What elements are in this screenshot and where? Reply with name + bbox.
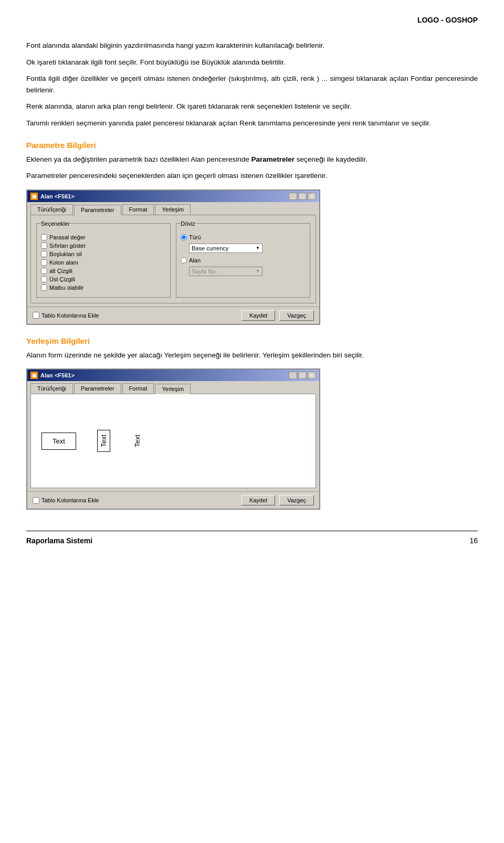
parametre-text-1: Eklenen ya da değiştirilen parametrik ba… bbox=[26, 154, 478, 165]
page-footer: Raporlama Sistemi 16 bbox=[26, 531, 478, 545]
checkbox-matbu[interactable]: Matbu olabilir bbox=[41, 284, 166, 291]
dialog2-titlebar: ▣ Alan <F561> _ □ ✕ bbox=[27, 370, 319, 381]
checkbox-kolon[interactable]: Kolon alanı bbox=[41, 259, 166, 266]
dialog2-maximize-btn[interactable]: □ bbox=[298, 372, 307, 379]
checkbox-alt-cizgili-input[interactable] bbox=[41, 268, 47, 274]
text-horizontal[interactable]: Text bbox=[41, 433, 76, 450]
dialog1-tablo-checkbox[interactable] bbox=[33, 312, 39, 319]
checkbox-parasal[interactable]: Parasal değer bbox=[41, 234, 166, 240]
dialog2-title: Alan <F561> bbox=[40, 372, 75, 378]
checkbox-kolon-input[interactable] bbox=[41, 259, 47, 266]
paragraph-1: Font alanında alandaki bilginin yazdırıl… bbox=[26, 40, 478, 51]
dialog1-title-left: ▣ Alan <F561> bbox=[30, 193, 75, 200]
text-vertical-2[interactable]: Text bbox=[131, 430, 143, 451]
paragraph-2: Ok işareti tıklanarak ilgili font seçili… bbox=[26, 57, 478, 68]
paragraph-4: Renk alanında, alanın arka plan rengi be… bbox=[26, 101, 478, 112]
dropdown-base-currency[interactable]: Base currency ▼ bbox=[189, 244, 262, 253]
dialog2-minimize-btn[interactable]: _ bbox=[289, 372, 297, 379]
dropdown-sayfa[interactable]: Sayfa No. ▼ bbox=[189, 267, 262, 276]
dialog1-footer-checkbox-row[interactable]: Tablo Kolonlarına Ekle bbox=[33, 312, 237, 319]
radio-alan-input[interactable] bbox=[181, 257, 187, 264]
checkbox-sifirlar[interactable]: Sıfırları göster bbox=[41, 243, 166, 249]
paragraph-3: Fontla ilgili diğer özellikler ve geçerl… bbox=[26, 73, 478, 96]
checkbox-parasal-label: Parasal değer bbox=[49, 234, 86, 240]
dialog2-close-btn[interactable]: ✕ bbox=[308, 372, 316, 379]
dialog-yerlesim: ▣ Alan <F561> _ □ ✕ Türü/İçeriği Paramet… bbox=[26, 368, 320, 510]
dialog2-tab-format[interactable]: Format bbox=[122, 383, 154, 394]
checkbox-ust-cizgili-label: Üst Çizgili bbox=[49, 276, 75, 282]
dialog1-kaydet-btn[interactable]: Kaydet bbox=[242, 310, 275, 321]
dialog2-tablo-checkbox[interactable] bbox=[33, 497, 39, 504]
dialog-parametreler: ▣ Alan <F561> _ □ ✕ Türü/İçeriği Paramet… bbox=[26, 189, 320, 325]
dialog1-close-btn[interactable]: ✕ bbox=[308, 193, 316, 200]
dialog2-title-left: ▣ Alan <F561> bbox=[30, 372, 75, 379]
dialog2-tablo-label: Tablo Kolonlarına Ekle bbox=[41, 497, 99, 503]
checkbox-sifirlar-input[interactable] bbox=[41, 243, 47, 249]
dialog1-maximize-btn[interactable]: □ bbox=[298, 193, 307, 200]
radio-alan-label: Alan bbox=[189, 257, 201, 264]
dialog1-inner: Seçenekler Parasal değer Sıfırları göste… bbox=[36, 220, 310, 298]
doviz-legend: Döviz bbox=[181, 220, 195, 227]
dialog1-titlebar: ▣ Alan <F561> _ □ ✕ bbox=[27, 191, 319, 202]
checkbox-bosluklari-label: Boşlukları sil bbox=[49, 251, 82, 257]
doviz-group: Döviz Türü Base currency ▼ Alan Sayfa No… bbox=[176, 220, 310, 298]
radio-turu-input[interactable] bbox=[181, 234, 187, 240]
secenek-legend: Seçenekler bbox=[41, 220, 70, 227]
dialog2-tabs: Türü/İçeriği Parametreler Format Yerleşi… bbox=[27, 381, 319, 394]
checkbox-matbu-label: Matbu olabilir bbox=[49, 284, 83, 291]
dropdown1-arrow: ▼ bbox=[256, 246, 260, 250]
dialog2-tab-turu[interactable]: Türü/İçeriği bbox=[30, 383, 73, 394]
yerlesim-section-title: Yerleşim Bilgileri bbox=[26, 336, 478, 345]
checkbox-kolon-label: Kolon alanı bbox=[49, 259, 78, 266]
checkbox-alt-cizgili-label: alt Çizgili bbox=[49, 268, 72, 274]
logo-text: LOGO - GOSHOP bbox=[417, 16, 478, 24]
radio-turu-label: Türü bbox=[189, 234, 201, 240]
dialog2-footer-checkbox-row[interactable]: Tablo Kolonlarına Ekle bbox=[33, 497, 237, 504]
dialog2-icon: ▣ bbox=[30, 372, 38, 379]
yerlesim-text: Alanın form üzerinde ne şekilde yer alac… bbox=[26, 350, 478, 361]
dialog1-vazgec-btn[interactable]: Vazgeç bbox=[279, 310, 314, 321]
dialog1-icon: ▣ bbox=[30, 193, 38, 200]
checkbox-ust-cizgili[interactable]: Üst Çizgili bbox=[41, 276, 166, 282]
text-vertical-1[interactable]: Text bbox=[97, 430, 110, 452]
dialog2-kaydet-btn[interactable]: Kaydet bbox=[242, 495, 275, 505]
footer-left: Raporlama Sistemi bbox=[26, 536, 92, 545]
checkbox-parasal-input[interactable] bbox=[41, 234, 47, 240]
dialog1-tab-format[interactable]: Format bbox=[122, 204, 154, 215]
dialog1-minimize-btn[interactable]: _ bbox=[289, 193, 297, 200]
dialog1-content: Seçenekler Parasal değer Sıfırları göste… bbox=[30, 215, 316, 303]
footer-right: 16 bbox=[469, 536, 478, 545]
parametre-text-2: Parametreler penceresindeki seçeneklerde… bbox=[26, 170, 478, 182]
checkbox-bosluklari[interactable]: Boşlukları sil bbox=[41, 251, 166, 257]
radio-alan-row[interactable]: Alan bbox=[181, 257, 306, 264]
paragraph-5: Tanımlı renkleri seçmenin yanında palet … bbox=[26, 118, 478, 129]
radio-turu-row[interactable]: Türü bbox=[181, 234, 306, 240]
dialog2-vazgec-btn[interactable]: Vazgeç bbox=[279, 495, 314, 505]
dialog2-tab-yerlesim[interactable]: Yerleşim bbox=[155, 384, 191, 394]
checkbox-sifirlar-label: Sıfırları göster bbox=[49, 243, 86, 249]
checkbox-alt-cizgili[interactable]: alt Çizgili bbox=[41, 268, 166, 274]
dialog1-tab-yerlesim[interactable]: Yerleşim bbox=[155, 204, 191, 215]
dialog1-footer: Tablo Kolonlarına Ekle Kaydet Vazgeç bbox=[27, 307, 319, 324]
checkbox-ust-cizgili-input[interactable] bbox=[41, 276, 47, 282]
dialog1-title: Alan <F561> bbox=[40, 193, 75, 199]
dialog1-tab-turu[interactable]: Türü/İçeriği bbox=[30, 204, 73, 215]
dialog1-titlebar-buttons[interactable]: _ □ ✕ bbox=[289, 193, 316, 200]
dropdown2-arrow: ▼ bbox=[256, 269, 260, 273]
dialog1-tablo-label: Tablo Kolonlarına Ekle bbox=[41, 312, 99, 319]
dialog2-footer: Tablo Kolonlarına Ekle Kaydet Vazgeç bbox=[27, 491, 319, 509]
dialog2-yerlesim-content: Text Text Text bbox=[30, 394, 316, 488]
dialog2-tab-parametreler[interactable]: Parametreler bbox=[74, 383, 121, 394]
secenek-group: Seçenekler Parasal değer Sıfırları göste… bbox=[36, 220, 171, 298]
parametre-section-title: Parametre Bilgileri bbox=[26, 141, 478, 150]
dialog1-tab-parametreler[interactable]: Parametreler bbox=[74, 205, 121, 215]
dialog2-titlebar-buttons[interactable]: _ □ ✕ bbox=[289, 372, 316, 379]
checkbox-bosluklari-input[interactable] bbox=[41, 251, 47, 257]
checkbox-matbu-input[interactable] bbox=[41, 284, 47, 291]
header-logo: LOGO - GOSHOP bbox=[26, 16, 478, 24]
dialog1-tabs: Türü/İçeriği Parametreler Format Yerleşi… bbox=[27, 202, 319, 215]
